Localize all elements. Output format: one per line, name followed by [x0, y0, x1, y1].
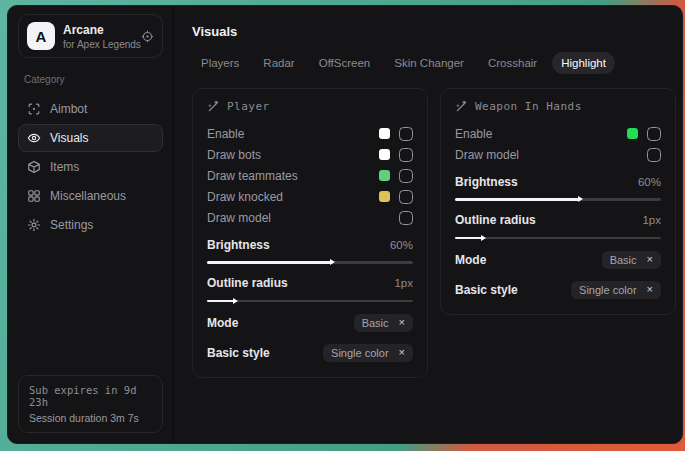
row-label: Draw model	[455, 148, 519, 162]
tab-bar: Players Radar OffScreen Skin Changer Cro…	[192, 52, 666, 74]
app-meta: Arcane for Apex Legends	[63, 23, 133, 50]
mode-tag-row: Mode Basic ×	[207, 312, 413, 333]
sidebar: A Arcane for Apex Legends Category	[8, 6, 174, 443]
sidebar-item-label: Items	[50, 160, 79, 174]
row-label: Draw knocked	[207, 190, 283, 204]
session-duration-text: Session duration 3m 7s	[29, 412, 152, 424]
row-label: Draw teammates	[207, 169, 298, 183]
basic-style-tag-row: Basic style Single color ×	[207, 342, 413, 363]
slider-label: Outline radius	[207, 276, 288, 290]
mode-tag[interactable]: Basic ×	[602, 251, 661, 269]
tag-text: Single color	[331, 347, 388, 359]
crosshair-icon	[27, 102, 41, 116]
checkbox[interactable]	[399, 169, 413, 183]
row-label: Draw bots	[207, 148, 261, 162]
sidebar-item-label: Visuals	[50, 131, 88, 145]
sidebar-item-aimbot[interactable]: Aimbot	[18, 95, 163, 123]
cube-icon	[27, 160, 41, 174]
category-label: Category	[24, 74, 157, 85]
checkbox[interactable]	[399, 211, 413, 225]
tag-row-label: Basic style	[207, 346, 270, 360]
tab-players[interactable]: Players	[192, 52, 248, 74]
toggle-row-draw-bots: Draw bots	[207, 144, 413, 165]
slider-value: 60%	[638, 176, 661, 188]
slider-track[interactable]	[207, 300, 413, 303]
row-label: Enable	[455, 127, 492, 141]
tab-crosshair[interactable]: Crosshair	[479, 52, 546, 74]
wand-icon	[207, 100, 220, 113]
checkbox[interactable]	[647, 148, 661, 162]
panel-title: Weapon In Hands	[475, 100, 582, 113]
basic-style-tag-row: Basic style Single color ×	[455, 279, 661, 300]
panel-title: Player	[227, 100, 270, 113]
eye-icon	[27, 131, 41, 145]
sidebar-item-label: Settings	[50, 218, 93, 232]
sidebar-item-label: Miscellaneous	[50, 189, 126, 203]
page-title: Visuals	[192, 24, 666, 39]
sidebar-item-items[interactable]: Items	[18, 153, 163, 181]
slider-track[interactable]	[455, 237, 661, 240]
tab-skin-changer[interactable]: Skin Changer	[385, 52, 473, 74]
sidebar-item-miscellaneous[interactable]: Miscellaneous	[18, 182, 163, 210]
toggle-row-draw-teammates: Draw teammates	[207, 165, 413, 186]
app-subtitle: for Apex Legends	[63, 39, 133, 50]
close-icon[interactable]: ×	[399, 317, 405, 328]
tag-text: Basic	[362, 317, 389, 329]
toggle-row-draw-model: Draw model	[455, 144, 661, 165]
slider-handle[interactable]	[481, 235, 486, 241]
basic-style-tag[interactable]: Single color ×	[571, 281, 661, 299]
slider-label: Outline radius	[455, 213, 536, 227]
sidebar-item-visuals[interactable]: Visuals	[18, 124, 163, 152]
slider-handle[interactable]	[578, 196, 583, 202]
color-swatch[interactable]	[379, 191, 390, 202]
app-logo: A	[27, 22, 55, 50]
color-swatch[interactable]	[379, 170, 390, 181]
slider-label: Brightness	[207, 238, 270, 252]
sidebar-item-label: Aimbot	[50, 102, 87, 116]
slider-label: Brightness	[455, 175, 518, 189]
panel-header: Player	[207, 100, 413, 113]
app-header-card: A Arcane for Apex Legends	[18, 14, 163, 58]
panels-row: Player Enable Draw bots	[192, 88, 666, 378]
checkbox[interactable]	[399, 190, 413, 204]
app-window: A Arcane for Apex Legends Category	[7, 5, 683, 444]
checkbox[interactable]	[647, 127, 661, 141]
gear-icon	[27, 218, 41, 232]
mode-tag-row: Mode Basic ×	[455, 249, 661, 270]
target-icon[interactable]	[141, 30, 154, 43]
brightness-slider-block: Brightness 60%	[207, 235, 413, 264]
slider-handle[interactable]	[330, 259, 335, 265]
mode-tag[interactable]: Basic ×	[354, 314, 413, 332]
tag-row-label: Mode	[455, 253, 486, 267]
outline-radius-slider-block: Outline radius 1px	[455, 211, 661, 240]
slider-handle[interactable]	[233, 298, 238, 304]
tab-radar[interactable]: Radar	[254, 52, 303, 74]
close-icon[interactable]: ×	[647, 284, 653, 295]
tag-row-label: Basic style	[455, 283, 518, 297]
wand-icon	[455, 100, 468, 113]
outline-radius-slider-block: Outline radius 1px	[207, 274, 413, 303]
slider-track[interactable]	[455, 198, 661, 201]
basic-style-tag[interactable]: Single color ×	[323, 344, 413, 362]
slider-value: 60%	[390, 239, 413, 251]
color-swatch[interactable]	[379, 149, 390, 160]
weapon-in-hands-panel: Weapon In Hands Enable Draw model	[440, 88, 676, 315]
panel-header: Weapon In Hands	[455, 100, 661, 113]
tag-row-label: Mode	[207, 316, 238, 330]
checkbox[interactable]	[399, 127, 413, 141]
slider-value: 1px	[642, 214, 661, 226]
color-swatch[interactable]	[379, 128, 390, 139]
tag-text: Basic	[610, 254, 637, 266]
checkbox[interactable]	[399, 148, 413, 162]
slider-track[interactable]	[207, 261, 413, 264]
color-swatch[interactable]	[627, 128, 638, 139]
sidebar-item-settings[interactable]: Settings	[18, 211, 163, 239]
close-icon[interactable]: ×	[647, 254, 653, 265]
tab-highlight[interactable]: Highlight	[552, 52, 615, 74]
sidebar-nav: Aimbot Visuals Items	[18, 95, 163, 239]
toggle-row-draw-model: Draw model	[207, 207, 413, 228]
subscription-status-card: Sub expires in 9d 23h Session duration 3…	[18, 375, 163, 433]
tab-offscreen[interactable]: OffScreen	[310, 52, 380, 74]
tag-text: Single color	[579, 284, 636, 296]
close-icon[interactable]: ×	[399, 347, 405, 358]
